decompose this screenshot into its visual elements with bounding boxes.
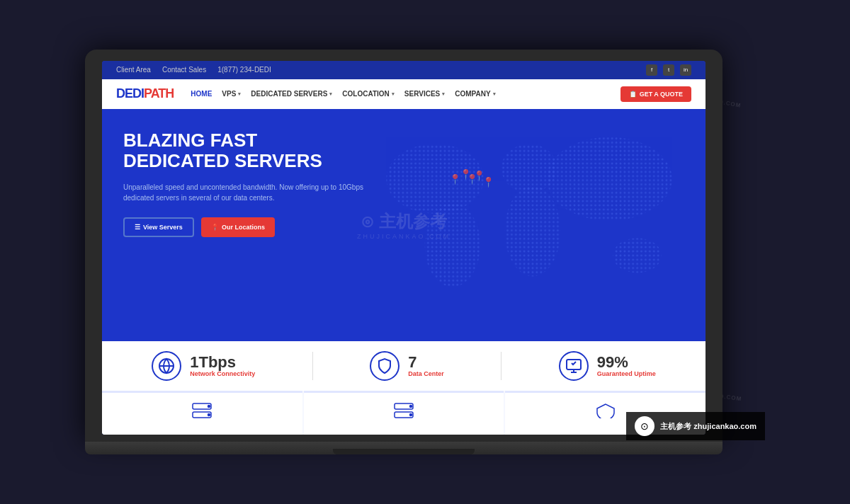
stat-network-info: 1Tbps Network Connectivity (190, 355, 255, 377)
watermark-text-block: 主机参考 zhujicankao.com (660, 421, 756, 432)
facebook-icon[interactable]: f (646, 64, 657, 76)
svg-point-2 (424, 203, 480, 287)
chevron-down-icon: ▾ (392, 91, 395, 97)
logo-path: PATH (144, 86, 174, 101)
card-2-icon (394, 403, 414, 422)
nav-home[interactable]: HOME (191, 90, 212, 98)
bottom-cards (102, 391, 706, 435)
nav-company[interactable]: COMPANY ▾ (455, 90, 495, 98)
stat-uptime-info: 99% Guaranteed Uptime (597, 355, 656, 377)
svg-point-4 (504, 185, 560, 276)
stat-network-label: Network Connectivity (190, 370, 255, 377)
stat-divider-2 (501, 352, 502, 380)
stat-datacenter-label: Data Center (408, 370, 444, 377)
card-3-icon (596, 403, 616, 422)
svg-point-22 (410, 414, 412, 416)
nav-services-label: SERVICES (404, 90, 440, 98)
bottom-card-1 (102, 391, 302, 435)
hero-title-line2: DEDICATED SERVERS (123, 150, 322, 171)
datacenter-icon (370, 351, 400, 381)
stat-uptime-label: Guaranteed Uptime (597, 370, 656, 377)
laptop-base (85, 442, 722, 454)
nav-colocation-label: COLOCATION (342, 90, 389, 98)
bottom-card-2 (304, 391, 504, 435)
locations-label: Our Locations (222, 224, 265, 231)
chevron-down-icon: ▾ (493, 91, 496, 97)
contact-sales-link[interactable]: Contact Sales (162, 66, 206, 74)
stats-bar: 1Tbps Network Connectivity (102, 341, 706, 391)
svg-text:📍: 📍 (482, 176, 495, 188)
client-area-link[interactable]: Client Area (116, 66, 151, 74)
hero-subtitle: Unparalleled speed and uncontended bandw… (123, 182, 364, 203)
stat-datacenter: 7 Data Center (370, 351, 444, 381)
watermark-icon: ⊙ (635, 416, 654, 436)
topbar: Client Area Contact Sales 1(877) 234-DED… (102, 61, 706, 79)
hero-section: 📍 📍 📍 📍 📍 BLAZING FAST DEDICA (102, 109, 706, 341)
view-servers-button[interactable]: ☰ View Servers (123, 217, 194, 237)
watermark-main: 主机参考 zhujicankao.com (660, 421, 756, 432)
laptop-screen: Client Area Contact Sales 1(877) 234-DED… (102, 61, 706, 435)
linkedin-icon[interactable]: in (680, 64, 691, 76)
corner-watermark: ⊙ 主机参考 zhujicankao.com (626, 412, 765, 440)
stat-divider-1 (312, 352, 313, 380)
logo-dedi: DEDI (116, 86, 144, 101)
stat-datacenter-info: 7 Data Center (408, 355, 444, 377)
chevron-down-icon: ▾ (238, 91, 241, 97)
nav-colocation[interactable]: COLOCATION ▾ (342, 90, 394, 98)
nav-vps-label: VPS (222, 90, 236, 98)
stat-datacenter-value: 7 (408, 355, 444, 370)
uptime-icon (559, 351, 589, 381)
laptop-frame: Client Area Contact Sales 1(877) 234-DED… (85, 50, 722, 454)
chevron-down-icon: ▾ (442, 91, 445, 97)
nav-dedicated-label: DEDICATED SERVERS (251, 90, 327, 98)
quote-label: GET A QUOTE (640, 91, 683, 98)
phone-link[interactable]: 1(877) 234-DEDI (217, 66, 271, 74)
stat-network: 1Tbps Network Connectivity (152, 351, 255, 381)
quote-icon: 📋 (629, 91, 637, 98)
hero-title-line1: BLAZING FAST (123, 130, 257, 151)
nav-dedicated[interactable]: DEDICATED SERVERS ▾ (251, 90, 332, 98)
servers-icon: ☰ (135, 224, 140, 231)
hero-content: BLAZING FAST DEDICATED SERVERS Unparalle… (123, 130, 364, 237)
hero-buttons: ☰ View Servers 📍 Our Locations (123, 217, 364, 237)
svg-point-18 (208, 414, 210, 416)
location-icon: 📍 (211, 224, 219, 231)
svg-point-17 (208, 406, 210, 408)
world-map: 📍 📍 📍 📍 📍 (339, 116, 706, 325)
nav-vps[interactable]: VPS ▾ (222, 90, 241, 98)
logo[interactable]: DEDIPATH (116, 86, 174, 101)
site-content: Client Area Contact Sales 1(877) 234-DED… (102, 61, 706, 435)
view-servers-label: View Servers (143, 224, 183, 231)
nav-links: HOME VPS ▾ DEDICATED SERVERS ▾ (191, 90, 620, 98)
hero-title: BLAZING FAST DEDICATED SERVERS (123, 130, 364, 171)
card-1-icon (192, 403, 212, 422)
network-icon (152, 351, 181, 381)
topbar-social: f t in (646, 64, 691, 76)
screen-bezel: Client Area Contact Sales 1(877) 234-DED… (85, 50, 722, 442)
our-locations-button[interactable]: 📍 Our Locations (201, 217, 275, 237)
stat-uptime: 99% Guaranteed Uptime (559, 351, 656, 381)
svg-point-21 (410, 406, 412, 408)
svg-point-5 (546, 137, 672, 220)
nav-home-label: HOME (191, 90, 212, 98)
stat-uptime-value: 99% (597, 355, 656, 370)
nav-company-label: COMPANY (455, 90, 490, 98)
topbar-left: Client Area Contact Sales 1(877) 234-DED… (116, 66, 271, 74)
get-quote-button[interactable]: 📋 GET A QUOTE (620, 86, 691, 102)
navbar: DEDIPATH HOME VPS ▾ DEDICATED SERVE (102, 79, 706, 109)
stat-network-value: 1Tbps (190, 355, 255, 370)
chevron-down-icon: ▾ (329, 91, 332, 97)
nav-services[interactable]: SERVICES ▾ (404, 90, 445, 98)
twitter-icon[interactable]: t (663, 64, 674, 76)
svg-point-6 (613, 238, 662, 273)
